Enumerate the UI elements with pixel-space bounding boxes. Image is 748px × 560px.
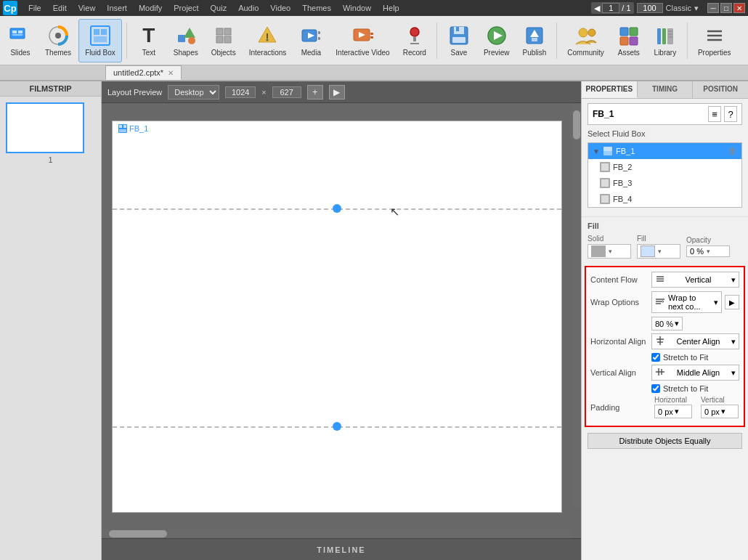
toolbar-themes[interactable]: Themes	[39, 19, 77, 62]
height-input[interactable]	[272, 86, 301, 98]
menu-audio[interactable]: Audio	[233, 2, 264, 14]
toolbar-community[interactable]: Community	[561, 19, 610, 62]
tab-bar: untitled2.cptx* ✕	[0, 65, 748, 81]
toolbar-slides[interactable]: Slides	[3, 19, 38, 62]
toolbar-shapes[interactable]: Shapes	[168, 19, 204, 62]
solid-dropdown-arrow: ▾	[609, 248, 612, 255]
wrap-percent-dropdown[interactable]: 80 % ▾	[651, 317, 683, 330]
menu-themes[interactable]: Themes	[297, 2, 336, 14]
menu-view[interactable]: View	[73, 2, 101, 14]
distribute-objects-button[interactable]: Distribute Objects Equally	[588, 433, 742, 449]
horizontal-scrollbar[interactable]	[102, 529, 572, 538]
drag-handle-bottom[interactable]	[333, 422, 341, 431]
padding-v-arrow: ▾	[721, 407, 725, 416]
toolbar-save[interactable]: Save	[442, 19, 476, 62]
publish-icon	[523, 24, 546, 47]
stretch-fit-h-checkbox[interactable]	[651, 353, 660, 362]
menu-file[interactable]: File	[23, 2, 46, 14]
restore-button[interactable]: □	[720, 3, 732, 13]
wrap-options-dropdown[interactable]: Wrap to next co... ▾	[651, 291, 722, 313]
solid-color-select[interactable]: ▾	[588, 244, 631, 259]
toolbar-interactions[interactable]: Interactions	[243, 19, 293, 62]
minimize-button[interactable]: ─	[707, 3, 719, 13]
filmstrip: FILMSTRIP 1	[0, 81, 102, 560]
v-align-icon	[655, 367, 665, 378]
svg-rect-13	[216, 28, 223, 35]
menu-insert[interactable]: Insert	[102, 2, 132, 14]
opacity-value: 0 %	[690, 247, 704, 256]
tab-properties[interactable]: PROPERTIES	[582, 81, 638, 98]
menu-video[interactable]: Video	[265, 2, 296, 14]
opacity-select[interactable]: 0 % ▾	[686, 245, 730, 257]
vertical-align-dropdown[interactable]: Middle Align ▾	[651, 365, 739, 381]
toolbar-record[interactable]: Record	[397, 19, 432, 62]
stretch-fit-v-label: Stretch to Fit	[663, 384, 708, 393]
toolbar-text[interactable]: T Text	[131, 19, 166, 62]
tab-position[interactable]: POSITION	[693, 81, 748, 98]
menu-help[interactable]: Help	[378, 2, 405, 14]
width-input[interactable]	[225, 86, 256, 98]
svg-marker-11	[184, 28, 195, 38]
filmstrip-slide-1[interactable]: 1	[0, 97, 101, 170]
fluid-box-tree: ▼ FB_1 🗑 FB_2 FB_3	[588, 142, 742, 208]
toolbar-interactive-video[interactable]: Interactive Video	[330, 19, 395, 62]
wrap-options-value: Wrap to next co...	[668, 293, 711, 311]
dropdown-arrow-icon[interactable]: ▾	[694, 4, 699, 13]
toolbar-properties[interactable]: Properties	[692, 19, 737, 62]
tree-item-fb2[interactable]: FB_2	[588, 159, 741, 175]
drag-handle-top[interactable]	[333, 204, 341, 213]
toolbar-fluid-box[interactable]: Fluid Box	[78, 19, 122, 62]
menu-quiz[interactable]: Quiz	[206, 2, 232, 14]
properties-icon	[703, 24, 726, 47]
content-flow-dropdown[interactable]: Vertical ▾	[651, 272, 739, 288]
active-tab[interactable]: untitled2.cptx* ✕	[105, 65, 182, 80]
toolbar-preview[interactable]: Preview	[478, 19, 516, 62]
assets-icon	[617, 24, 641, 47]
divider-4	[687, 23, 688, 59]
nav-arrow-left[interactable]: ◀	[594, 4, 600, 13]
fb-help-icon[interactable]: ?	[724, 106, 737, 122]
toolbar-publish[interactable]: Publish	[516, 19, 552, 62]
horizontal-scrollbar-thumb[interactable]	[109, 530, 167, 537]
menu-edit[interactable]: Edit	[48, 2, 72, 14]
fb-name-input[interactable]	[593, 109, 705, 119]
wrap-play-button[interactable]: ▶	[725, 295, 739, 309]
toolbar-media[interactable]: Media	[293, 19, 328, 62]
menu-bar: Cp File Edit View Insert Modify Project …	[0, 0, 748, 16]
fb-list-icon[interactable]: ≡	[708, 106, 721, 122]
page-separator: /	[622, 4, 624, 12]
toolbar-assets[interactable]: Assets	[611, 19, 646, 62]
padding-h-dropdown[interactable]: 0 px ▾	[654, 405, 692, 418]
shapes-label: Shapes	[174, 49, 198, 57]
tree-toggle-fb1[interactable]: ▼	[593, 147, 600, 155]
menu-project[interactable]: Project	[168, 2, 203, 14]
fill-color-select[interactable]: ▾	[637, 244, 680, 259]
toolbar-objects[interactable]: Objects	[206, 19, 242, 62]
tree-delete-fb1[interactable]: 🗑	[728, 146, 737, 156]
tab-close-button[interactable]: ✕	[168, 69, 174, 77]
stretch-fit-v-checkbox[interactable]	[651, 384, 660, 393]
add-button[interactable]: +	[307, 85, 323, 100]
menu-window[interactable]: Window	[338, 2, 376, 14]
tab-timing[interactable]: TIMING	[638, 81, 694, 98]
record-label: Record	[403, 49, 426, 57]
tree-item-fb3[interactable]: FB_3	[588, 175, 741, 191]
text-icon: T	[137, 24, 160, 47]
tree-item-fb1[interactable]: ▼ FB_1 🗑	[588, 143, 741, 159]
tree-item-fb4[interactable]: FB_4	[588, 191, 741, 207]
interactive-video-label: Interactive Video	[336, 49, 389, 57]
svg-rect-42	[620, 28, 628, 36]
window-controls: ─ □ ✕	[707, 3, 745, 13]
vertical-scrollbar-thumb[interactable]	[573, 110, 580, 139]
close-button[interactable]: ✕	[733, 3, 745, 13]
page-current-input[interactable]	[602, 3, 619, 13]
zoom-input[interactable]	[637, 3, 663, 13]
padding-v-dropdown[interactable]: 0 px ▾	[701, 405, 739, 418]
toolbar-library[interactable]: Library	[648, 19, 683, 62]
menu-modify[interactable]: Modify	[134, 2, 167, 14]
play-stage-button[interactable]: ▶	[329, 85, 345, 100]
horizontal-align-dropdown[interactable]: Center Align ▾	[651, 333, 739, 349]
vertical-scrollbar[interactable]	[572, 103, 581, 508]
svg-rect-27	[370, 36, 373, 38]
layout-dropdown[interactable]: Desktop	[168, 85, 219, 100]
